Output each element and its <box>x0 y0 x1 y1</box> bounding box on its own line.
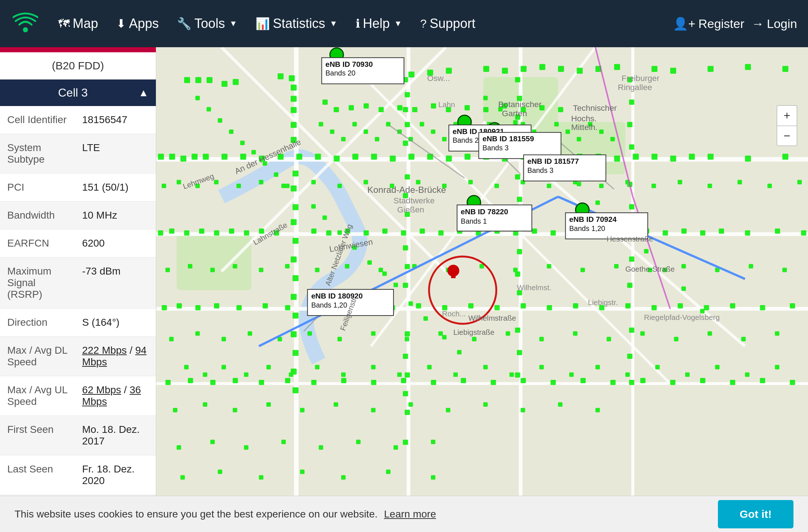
row-label: Last Seen <box>0 455 75 495</box>
svg-text:Riegelpfad-Vogelsberg: Riegelpfad-Vogelsberg <box>644 313 720 321</box>
svg-rect-406 <box>446 408 450 412</box>
nav-support[interactable]: ? Support <box>413 12 483 35</box>
svg-rect-42 <box>670 68 676 74</box>
svg-point-0 <box>23 27 28 32</box>
svg-rect-359 <box>259 268 263 272</box>
svg-rect-426 <box>386 470 391 474</box>
row-label: Max / Avg DL Speed <box>0 337 75 376</box>
svg-rect-212 <box>629 204 634 209</box>
svg-rect-202 <box>515 272 520 277</box>
map-area[interactable]: eNB ID 70930 Bands 20 eNB ID 180921 Band… <box>156 47 808 496</box>
nav-apps[interactable]: ⬇ Apps <box>109 12 166 35</box>
cookie-learn-more-link[interactable]: Learn more <box>384 508 436 520</box>
nav-right: 👤+ Register → Login <box>673 16 797 31</box>
svg-rect-118 <box>199 228 204 233</box>
svg-rect-117 <box>184 230 189 235</box>
svg-rect-145 <box>700 230 705 235</box>
svg-rect-148 <box>775 228 780 233</box>
svg-rect-214 <box>629 256 634 261</box>
svg-rect-389 <box>539 337 544 341</box>
svg-text:Konrad-Ade-Brücke: Konrad-Ade-Brücke <box>367 185 446 195</box>
svg-rect-424 <box>300 470 304 474</box>
svg-text:Technischer: Technischer <box>573 103 617 113</box>
svg-rect-50 <box>191 154 197 159</box>
table-row: PCI151 (50/1) <box>0 174 156 202</box>
table-row: System SubtypeLTE <box>0 134 156 174</box>
svg-rect-209 <box>627 122 632 127</box>
svg-rect-342 <box>494 184 499 188</box>
svg-rect-281 <box>259 380 264 385</box>
nav-help[interactable]: ℹ Help ▼ <box>348 12 409 35</box>
svg-rect-77 <box>689 154 695 159</box>
nav-statistics[interactable]: 📊 Statistics ▼ <box>248 12 345 35</box>
svg-rect-386 <box>439 331 443 336</box>
svg-rect-87 <box>291 186 296 191</box>
svg-rect-380 <box>248 331 252 336</box>
svg-rect-363 <box>379 268 383 272</box>
svg-rect-43 <box>708 66 714 72</box>
svg-text:Bands 20: Bands 20 <box>326 69 356 77</box>
row-value: 62 Mbps / 36 Mbps <box>75 376 156 416</box>
svg-rect-76 <box>670 155 676 161</box>
svg-rect-130 <box>420 228 425 233</box>
svg-rect-326 <box>610 137 615 141</box>
svg-rect-189 <box>403 354 408 359</box>
svg-text:Bands 1: Bands 1 <box>461 217 487 225</box>
svg-rect-62 <box>408 154 414 159</box>
register-button[interactable]: 👤+ Register <box>673 16 744 31</box>
svg-rect-104 <box>397 105 402 110</box>
svg-text:Bands 1,20: Bands 1,20 <box>569 224 605 232</box>
svg-rect-187 <box>403 283 408 288</box>
svg-rect-188 <box>405 331 410 336</box>
svg-rect-84 <box>291 122 296 128</box>
header: 🗺 Map ⬇ Apps 🔧 Tools ▼ 📊 Statistics ▼ ℹ … <box>0 0 808 47</box>
svg-rect-120 <box>229 228 234 233</box>
cell-collapse-button[interactable]: ▲ <box>138 87 149 99</box>
tools-icon: 🔧 <box>177 17 191 31</box>
svg-rect-52 <box>222 154 227 159</box>
svg-rect-94 <box>292 313 298 318</box>
svg-rect-383 <box>338 337 342 341</box>
cookie-got-it-button[interactable]: Got it! <box>718 500 793 528</box>
svg-rect-219 <box>195 96 200 100</box>
svg-rect-82 <box>291 96 296 102</box>
svg-rect-61 <box>390 155 396 161</box>
svg-rect-334 <box>281 184 286 188</box>
svg-rect-395 <box>741 337 746 341</box>
zoom-in-button[interactable]: + <box>777 105 797 126</box>
svg-rect-283 <box>311 380 316 385</box>
svg-rect-280 <box>233 378 238 383</box>
svg-rect-322 <box>566 129 570 134</box>
svg-rect-339 <box>416 180 420 184</box>
svg-rect-99 <box>323 100 328 105</box>
login-button[interactable]: → Login <box>752 17 797 31</box>
svg-rect-297 <box>730 380 735 385</box>
login-icon: → <box>752 17 764 31</box>
svg-rect-425 <box>341 475 346 479</box>
svg-rect-168 <box>573 303 578 308</box>
svg-rect-402 <box>300 408 304 412</box>
svg-rect-394 <box>708 331 712 336</box>
svg-rect-155 <box>237 305 242 310</box>
nav-map[interactable]: 🗺 Map <box>51 12 105 35</box>
svg-rect-384 <box>371 331 375 336</box>
svg-rect-422 <box>218 470 222 474</box>
row-value: 6200 <box>75 230 156 257</box>
svg-rect-78 <box>708 154 714 159</box>
svg-rect-83 <box>291 107 296 113</box>
svg-text:Mittelh.: Mittelh. <box>571 123 598 132</box>
zoom-out-button[interactable]: − <box>777 126 797 146</box>
svg-rect-415 <box>281 440 286 444</box>
svg-rect-146 <box>719 228 724 233</box>
svg-rect-57 <box>315 154 321 159</box>
svg-rect-24 <box>289 75 295 81</box>
svg-text:Garten: Garten <box>502 109 527 118</box>
svg-text:eNB ID 70930: eNB ID 70930 <box>326 60 373 68</box>
svg-rect-147 <box>745 230 750 235</box>
svg-rect-246 <box>595 200 600 205</box>
svg-rect-175 <box>760 305 765 310</box>
nav-tools[interactable]: 🔧 Tools ▼ <box>170 12 245 35</box>
cell-header-title: Cell 3 <box>7 86 138 100</box>
svg-rect-35 <box>521 66 526 72</box>
svg-rect-285 <box>371 380 376 385</box>
